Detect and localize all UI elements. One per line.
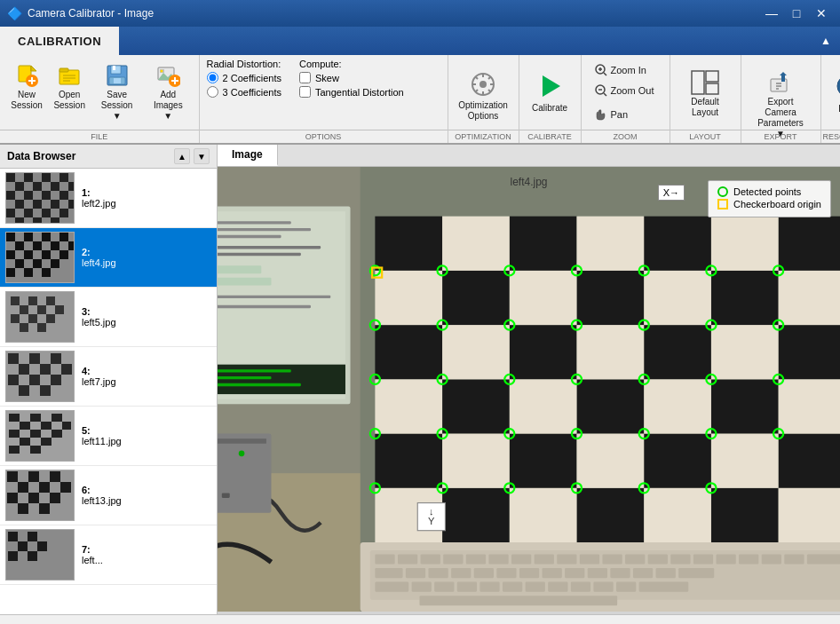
svg-rect-104	[37, 323, 46, 332]
new-session-label: NewSession	[11, 90, 43, 111]
svg-rect-109	[19, 364, 29, 375]
svg-rect-229	[648, 554, 668, 564]
list-item-info: 5: left11.jpg	[82, 425, 122, 446]
svg-rect-13	[113, 66, 115, 70]
pan-button[interactable]: Pan	[589, 106, 635, 123]
checkerboard-origin-label: Checkerboard origin	[733, 199, 821, 209]
optimization-options-button[interactable]: OptimizationOptions	[456, 66, 511, 119]
list-item[interactable]: 7: left...	[0, 525, 217, 585]
svg-rect-213	[644, 488, 711, 542]
list-item[interactable]: 4: left7.jpg	[0, 347, 217, 407]
open-session-label: OpenSession	[53, 90, 85, 111]
list-item-num-4: 4:	[82, 366, 116, 376]
thumbnail-4	[5, 351, 75, 402]
svg-rect-135	[18, 482, 28, 493]
svg-rect-83	[6, 250, 15, 259]
default-layout-label: DefaultLayout	[691, 97, 719, 118]
svg-rect-210	[711, 434, 779, 488]
svg-rect-221	[466, 554, 486, 564]
svg-marker-33	[543, 75, 560, 97]
optimization-section-label: OPTIMIZATION	[448, 130, 519, 143]
sidebar-options-btn[interactable]: ▼	[194, 148, 210, 164]
svg-rect-214	[779, 488, 840, 542]
svg-rect-91	[24, 268, 33, 277]
svg-line-37	[604, 73, 606, 75]
help-icon: ?	[832, 70, 840, 102]
radial-distortion-label: Radial Distortion:	[207, 59, 281, 69]
title-bar: 🔷 Camera Calibrator - Image — □ ✕	[0, 0, 840, 27]
layout-section: DefaultLayout LAYOUT	[670, 55, 741, 143]
minimize-btn[interactable]: —	[760, 4, 783, 22]
calibrate-button[interactable]: Calibrate	[519, 66, 581, 120]
list-item[interactable]: 5: left11.jpg	[0, 407, 217, 466]
svg-rect-80	[33, 241, 42, 250]
svg-rect-73	[51, 217, 59, 224]
tangential-checkbox[interactable]	[299, 86, 311, 98]
coeff3-radio[interactable]	[207, 86, 218, 98]
add-images-icon	[155, 63, 180, 88]
svg-rect-95	[28, 296, 37, 305]
svg-rect-223	[511, 554, 531, 564]
svg-rect-162	[218, 305, 311, 308]
image-view: Image left4.jpg X→ Detected points Check…	[218, 145, 840, 614]
image-list: 1: left2.jpg	[0, 169, 217, 614]
svg-rect-220	[443, 554, 463, 564]
add-images-button[interactable]: AddImages ▼	[145, 59, 191, 126]
list-item-info: 3: left5.jpg	[82, 306, 116, 328]
svg-rect-61	[42, 191, 51, 200]
svg-rect-139	[28, 493, 39, 503]
ribbon-minimize-btn[interactable]: ▲	[812, 27, 840, 55]
svg-line-30	[488, 90, 491, 92]
list-item[interactable]: 1: left2.jpg	[0, 169, 217, 228]
list-item[interactable]: 2: left4.jpg	[0, 228, 217, 288]
list-item[interactable]: 6: left13.jpg	[0, 466, 217, 525]
zoom-in-button[interactable]: Zoom In	[589, 61, 653, 79]
maximize-btn[interactable]: □	[785, 4, 808, 22]
sidebar-scroll-up[interactable]: ▲	[174, 148, 190, 164]
svg-rect-113	[29, 375, 40, 385]
svg-rect-235	[784, 554, 804, 564]
coeff2-label: 2 Coefficients	[223, 73, 281, 83]
svg-rect-197	[375, 271, 442, 325]
skew-checkbox[interactable]	[299, 72, 311, 83]
export-params-button[interactable]: Export CameraParameters ▼	[749, 66, 813, 119]
svg-text:Y: Y	[428, 516, 435, 526]
svg-rect-179	[375, 325, 442, 379]
svg-rect-226	[580, 554, 599, 564]
svg-rect-138	[7, 493, 18, 503]
calibrate-section: Calibrate CALIBRATE	[519, 55, 582, 143]
thumbnail-1	[5, 172, 75, 224]
svg-rect-114	[51, 375, 61, 385]
svg-rect-186	[375, 434, 442, 488]
zoom-out-button[interactable]: Zoom Out	[589, 82, 661, 99]
help-button[interactable]: ? Help	[825, 66, 840, 119]
svg-rect-187	[510, 434, 577, 488]
svg-rect-219	[421, 554, 440, 564]
svg-point-170	[239, 451, 245, 457]
svg-rect-121	[20, 422, 30, 430]
svg-rect-126	[52, 430, 62, 438]
svg-rect-199	[644, 271, 711, 325]
tab-image[interactable]: Image	[218, 145, 278, 166]
open-session-button[interactable]: OpenSession	[50, 59, 89, 115]
svg-rect-133	[28, 471, 39, 482]
coeff2-radio[interactable]	[207, 72, 218, 83]
detected-points-icon	[717, 186, 728, 197]
svg-rect-245	[565, 568, 584, 578]
new-session-icon	[14, 63, 39, 88]
svg-rect-96	[46, 296, 55, 305]
calibration-tab[interactable]: CALIBRATION	[0, 27, 119, 55]
default-layout-button[interactable]: DefaultLayout	[679, 66, 731, 119]
calibrate-section-label: CALIBRATE	[519, 130, 581, 143]
list-item[interactable]: 3: left5.jpg	[0, 288, 217, 347]
svg-rect-234	[762, 554, 781, 564]
svg-rect-57	[51, 182, 59, 191]
svg-rect-129	[9, 446, 20, 454]
close-btn[interactable]: ✕	[810, 4, 833, 22]
svg-rect-116	[40, 385, 51, 396]
svg-rect-262	[639, 582, 689, 592]
svg-rect-189	[779, 434, 840, 488]
new-session-button[interactable]: NewSession	[7, 59, 46, 115]
save-session-button[interactable]: SaveSession ▼	[92, 59, 141, 126]
svg-rect-140	[50, 493, 60, 503]
